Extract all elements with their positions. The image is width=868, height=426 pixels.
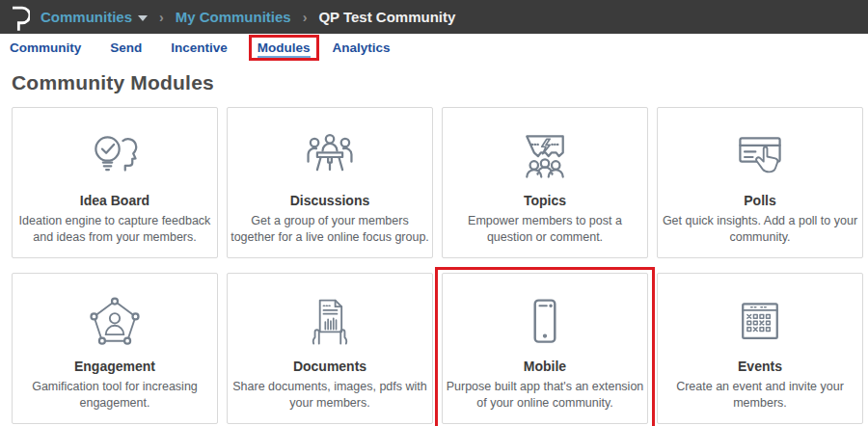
- community-tab-bar: Community Send Incentive Modules Analyti…: [0, 34, 868, 61]
- discussions-icon: [301, 125, 359, 189]
- polls-icon: [731, 125, 789, 189]
- card-events[interactable]: Events Create an event and invite your m…: [657, 273, 863, 424]
- breadcrumb-separator: ›: [157, 10, 166, 25]
- card-title: Idea Board: [80, 193, 149, 208]
- card-title: Engagement: [74, 359, 155, 374]
- tab-community[interactable]: Community: [10, 37, 81, 59]
- chevron-down-icon: [138, 15, 148, 21]
- card-description: Create an event and invite your members.: [661, 379, 859, 412]
- card-description: Purpose built app that's an extension of…: [446, 379, 644, 412]
- card-discussions[interactable]: Discussions Get a group of your members …: [227, 107, 433, 258]
- tab-send[interactable]: Send: [110, 37, 142, 59]
- card-title: Documents: [293, 359, 366, 374]
- card-description: Gamification tool for increasing engagem…: [15, 379, 214, 412]
- mobile-icon: [516, 291, 574, 355]
- card-topics-wrap: Topics Empower members to post a questio…: [442, 107, 648, 258]
- topics-icon: [516, 125, 574, 189]
- documents-icon: [301, 291, 359, 355]
- card-description: Empower members to post a question or co…: [446, 213, 644, 246]
- card-idea-board[interactable]: Idea Board Ideation engine to capture fe…: [12, 107, 218, 258]
- card-title: Events: [738, 359, 782, 374]
- card-description: Get quick insights. Add a poll to your c…: [661, 213, 859, 246]
- engagement-icon: [86, 291, 144, 355]
- card-mobile[interactable]: Mobile Purpose built app that's an exten…: [442, 273, 648, 424]
- card-documents[interactable]: Documents Share documents, images, pdfs …: [227, 273, 433, 424]
- card-idea-board-wrap: Idea Board Ideation engine to capture fe…: [12, 107, 218, 258]
- top-header-bar: Communities › My Communities › QP Test C…: [0, 0, 868, 34]
- card-events-wrap: Events Create an event and invite your m…: [657, 273, 863, 424]
- tab-analytics[interactable]: Analytics: [333, 37, 391, 59]
- tab-modules[interactable]: Modules: [258, 37, 311, 59]
- card-topics[interactable]: Topics Empower members to post a questio…: [442, 107, 648, 258]
- modules-tab-highlight-box: Modules: [249, 35, 319, 61]
- card-title: Discussions: [290, 193, 369, 208]
- card-engagement[interactable]: Engagement Gamification tool for increas…: [12, 273, 218, 424]
- communities-menu[interactable]: Communities: [41, 9, 148, 25]
- card-description: Ideation engine to capture feedback and …: [15, 213, 214, 246]
- app-logo-p-icon[interactable]: [10, 5, 31, 30]
- card-title: Topics: [524, 193, 566, 208]
- card-description: Share documents, images, pdfs with your …: [231, 379, 429, 412]
- breadcrumb-current-community: QP Test Community: [318, 9, 455, 25]
- card-polls-wrap: Polls Get quick insights. Add a poll to …: [657, 107, 863, 258]
- breadcrumb-my-communities[interactable]: My Communities: [176, 9, 291, 25]
- card-mobile-wrap: Mobile Purpose built app that's an exten…: [442, 273, 648, 424]
- modules-grid: Idea Board Ideation engine to capture fe…: [12, 107, 863, 424]
- card-description: Get a group of your members together for…: [231, 213, 429, 246]
- page-title: Community Modules: [12, 71, 868, 94]
- card-polls[interactable]: Polls Get quick insights. Add a poll to …: [657, 107, 863, 258]
- card-discussions-wrap: Discussions Get a group of your members …: [227, 107, 433, 258]
- events-icon: [731, 291, 789, 355]
- card-title: Polls: [744, 193, 775, 208]
- communities-menu-label: Communities: [41, 9, 132, 25]
- tab-incentive[interactable]: Incentive: [171, 37, 228, 59]
- card-documents-wrap: Documents Share documents, images, pdfs …: [227, 273, 433, 424]
- idea-board-icon: [86, 125, 144, 189]
- card-engagement-wrap: Engagement Gamification tool for increas…: [12, 273, 218, 424]
- breadcrumb-separator: ›: [301, 10, 310, 25]
- card-title: Mobile: [524, 359, 566, 374]
